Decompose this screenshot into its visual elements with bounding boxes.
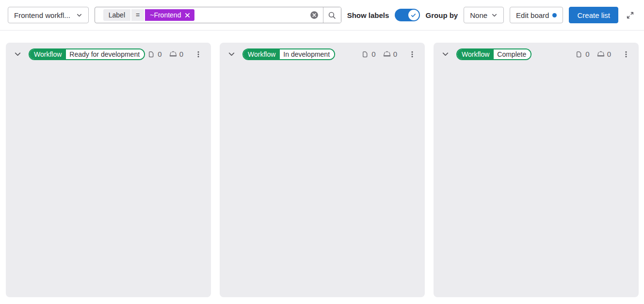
scoped-label[interactable]: Workflow Complete (456, 48, 531, 60)
weight-icon (597, 50, 605, 58)
chevron-down-icon (76, 12, 82, 18)
weight-count: 0 (393, 50, 397, 58)
chevron-down-icon (14, 50, 22, 58)
group-by-value: None (470, 11, 487, 19)
board-switcher-dropdown[interactable]: Frontend workfl... (8, 7, 89, 23)
search-icon (328, 11, 336, 19)
scoped-label[interactable]: Workflow Ready for development (29, 48, 145, 60)
filter-token[interactable]: Label = ~Frontend (103, 9, 195, 21)
filter-token-value[interactable]: ~Frontend (145, 9, 194, 21)
board-list-ready-for-development: Workflow Ready for development 0 0 (6, 43, 211, 297)
show-labels-label: Show labels (347, 11, 389, 19)
clear-icon (310, 11, 319, 19)
items-count: 0 (158, 50, 161, 58)
list-settings-button[interactable] (620, 48, 632, 60)
search-button[interactable] (323, 7, 341, 23)
list-header: Workflow Complete 0 0 (434, 43, 639, 65)
list-body[interactable] (220, 65, 425, 297)
list-header: Workflow Ready for development 0 0 (6, 43, 211, 65)
board-switcher-label: Frontend workfl... (14, 11, 70, 19)
collapse-list-button[interactable] (225, 48, 238, 60)
items-count: 0 (585, 50, 589, 58)
list-counts: 0 0 (575, 50, 611, 58)
show-labels-toggle[interactable] (395, 9, 419, 21)
notification-dot (552, 13, 557, 17)
list-counts: 0 0 (147, 50, 183, 58)
edit-board-button[interactable]: Edit board (510, 7, 563, 23)
issues-icon (575, 50, 583, 58)
scoped-label[interactable]: Workflow In development (242, 48, 335, 60)
list-header: Workflow In development 0 0 (220, 43, 425, 65)
filter-input-area[interactable]: Label = ~Frontend (95, 7, 323, 23)
issues-icon (361, 50, 369, 58)
board-list-in-development: Workflow In development 0 0 (220, 43, 425, 297)
close-icon[interactable] (184, 12, 191, 18)
list-body[interactable] (6, 65, 211, 297)
chevron-down-icon (491, 12, 498, 18)
issues-icon (147, 50, 155, 58)
create-list-button[interactable]: Create list (569, 7, 618, 23)
weight-icon (169, 50, 177, 58)
collapse-list-button[interactable] (439, 48, 451, 60)
chevron-down-icon (441, 50, 450, 58)
weight-count: 0 (179, 50, 183, 58)
list-settings-button[interactable] (406, 48, 418, 60)
filter-bar[interactable]: Label = ~Frontend (95, 7, 341, 23)
filter-token-key[interactable]: Label (103, 9, 130, 21)
check-icon (410, 12, 417, 18)
filter-token-operator[interactable]: = (131, 9, 144, 21)
chevron-down-icon (227, 50, 236, 58)
issue-board: Workflow Ready for development 0 0 (0, 31, 644, 304)
ellipsis-vertical-icon (194, 50, 202, 58)
weight-count: 0 (607, 50, 611, 58)
list-body[interactable] (434, 65, 639, 297)
items-count: 0 (371, 50, 375, 58)
list-counts: 0 0 (361, 50, 397, 58)
ellipsis-vertical-icon (622, 50, 630, 58)
clear-search-button[interactable] (309, 10, 319, 20)
top-bar: Frontend workfl... Label = ~Frontend (0, 0, 644, 31)
collapse-list-button[interactable] (12, 48, 24, 60)
board-list-complete: Workflow Complete 0 0 (434, 43, 639, 297)
group-by-dropdown[interactable]: None (464, 7, 504, 23)
ellipsis-vertical-icon (408, 50, 416, 58)
weight-icon (383, 50, 391, 58)
group-by-label: Group by (426, 11, 458, 19)
fullscreen-button[interactable] (624, 9, 636, 21)
list-settings-button[interactable] (193, 48, 204, 60)
maximize-icon (626, 11, 634, 19)
